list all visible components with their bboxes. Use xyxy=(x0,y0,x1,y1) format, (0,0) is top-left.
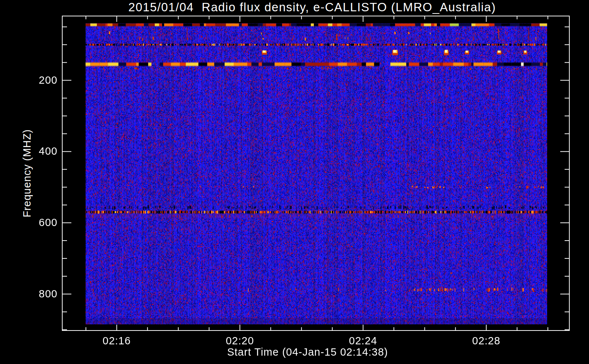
y-tick-label: 200 xyxy=(20,74,58,86)
y-tick-label: 600 xyxy=(20,217,58,229)
axes-frame xyxy=(0,0,589,364)
x-tick-label: 02:28 xyxy=(461,335,512,347)
x-tick-label: 02:24 xyxy=(337,335,388,347)
x-tick-label: 02:16 xyxy=(91,335,142,347)
spectrogram-window: 2015/01/04 Radio flux density, e-CALLIST… xyxy=(0,0,589,364)
y-tick-label: 800 xyxy=(20,288,58,300)
plot-frame xyxy=(62,16,569,331)
y-tick-label: 400 xyxy=(20,145,58,157)
x-tick-label: 02:20 xyxy=(214,335,265,347)
x-axis-title: Start Time (04-Jan-15 02:14:38) xyxy=(217,346,399,358)
